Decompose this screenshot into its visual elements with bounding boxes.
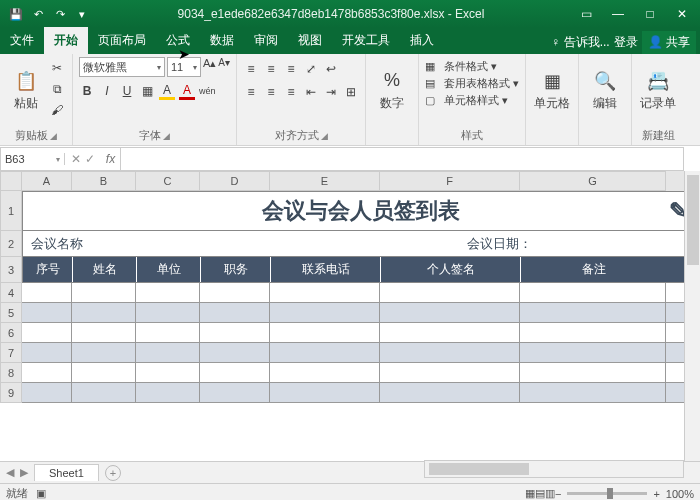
row-header[interactable]: 1 [0, 191, 22, 231]
sheet-title-cell[interactable]: 会议与会人员签到表 ✎ [22, 191, 700, 231]
table-row[interactable] [22, 383, 700, 403]
row-header[interactable]: 6 [0, 323, 22, 343]
save-icon[interactable]: 💾 [8, 6, 24, 22]
cut-icon[interactable]: ✂ [48, 59, 66, 77]
name-box[interactable]: B63▾ [1, 153, 65, 165]
info-row[interactable]: 会议名称 会议日期： [22, 231, 700, 257]
row-header[interactable]: 8 [0, 363, 22, 383]
format-as-table-button[interactable]: ▤套用表格格式 ▾ [425, 76, 519, 91]
qat-more-icon[interactable]: ▾ [74, 6, 90, 22]
col-header[interactable]: B [72, 171, 136, 191]
table-row[interactable] [22, 303, 700, 323]
copy-icon[interactable]: ⧉ [48, 80, 66, 98]
fx-confirm-icon[interactable]: ✓ [85, 152, 95, 166]
phonetic-icon[interactable]: wén [199, 82, 216, 100]
close-icon[interactable]: ✕ [668, 4, 696, 24]
row-header[interactable]: 5 [0, 303, 22, 323]
number-button[interactable]: % 数字 [372, 57, 412, 123]
col-header[interactable]: F [380, 171, 520, 191]
orientation-icon[interactable]: ⤢ [303, 60, 319, 78]
view-layout-icon[interactable]: ▤ [535, 487, 545, 500]
macro-record-icon[interactable]: ▣ [36, 487, 46, 500]
align-middle-icon[interactable]: ≡ [263, 60, 279, 78]
font-name-combo[interactable]: 微软雅黑▾ [79, 57, 165, 77]
font-size-combo[interactable]: 11▾ [167, 57, 201, 77]
tab-page-layout[interactable]: 页面布局 [88, 27, 156, 54]
row-header[interactable]: 7 [0, 343, 22, 363]
tab-review[interactable]: 审阅 [244, 27, 288, 54]
row-header[interactable]: 9 [0, 383, 22, 403]
add-sheet-button[interactable]: + [105, 465, 121, 481]
tab-insert[interactable]: 插入 [400, 27, 444, 54]
redo-icon[interactable]: ↷ [52, 6, 68, 22]
undo-icon[interactable]: ↶ [30, 6, 46, 22]
sheet-nav-prev-icon[interactable]: ◀ [6, 466, 14, 479]
align-top-icon[interactable]: ≡ [243, 60, 259, 78]
align-launcher-icon[interactable]: ◢ [321, 131, 328, 141]
conditional-format-button[interactable]: ▦条件格式 ▾ [425, 59, 519, 74]
indent-inc-icon[interactable]: ⇥ [323, 83, 339, 101]
shrink-font-icon[interactable]: A▾ [218, 57, 230, 77]
table-row[interactable] [22, 363, 700, 383]
border-icon[interactable]: ▦ [139, 82, 155, 100]
row-header[interactable]: 4 [0, 283, 22, 303]
tab-formulas[interactable]: 公式 [156, 27, 200, 54]
col-header[interactable]: G [520, 171, 666, 191]
zoom-slider[interactable] [567, 492, 647, 495]
paste-button[interactable]: 📋 粘贴 [6, 57, 46, 123]
col-header[interactable]: E [270, 171, 380, 191]
align-right-icon[interactable]: ≡ [283, 83, 299, 101]
col-header[interactable]: A [22, 171, 72, 191]
table-row[interactable] [22, 283, 700, 303]
align-bottom-icon[interactable]: ≡ [283, 60, 299, 78]
clipboard-launcher-icon[interactable]: ◢ [50, 131, 57, 141]
ribbon-options-icon[interactable]: ▭ [572, 4, 600, 24]
indent-dec-icon[interactable]: ⇤ [303, 83, 319, 101]
maximize-icon[interactable]: □ [636, 4, 664, 24]
col-header[interactable]: D [200, 171, 270, 191]
underline-button[interactable]: U [119, 82, 135, 100]
row-header[interactable]: 3 [0, 257, 22, 283]
view-normal-icon[interactable]: ▦ [525, 487, 535, 500]
record-button[interactable]: 📇记录单 [638, 57, 678, 123]
italic-button[interactable]: I [99, 82, 115, 100]
sheet-tab[interactable]: Sheet1 [34, 464, 99, 481]
font-color-icon[interactable]: A [179, 82, 195, 100]
fill-color-icon[interactable]: A [159, 82, 175, 100]
col-header[interactable]: C [136, 171, 200, 191]
share-button[interactable]: 👤 共享 [642, 31, 696, 54]
merge-icon[interactable]: ⊞ [343, 83, 359, 101]
editing-button[interactable]: 🔍编辑 [585, 57, 625, 123]
grow-font-icon[interactable]: A▴ [203, 57, 216, 77]
tell-me[interactable]: ♀ 告诉我... [551, 34, 609, 51]
tab-developer[interactable]: 开发工具 [332, 27, 400, 54]
fx-icon[interactable]: fx [101, 148, 121, 170]
tab-data[interactable]: 数据 [200, 27, 244, 54]
wrap-text-icon[interactable]: ↩ [323, 60, 339, 78]
table-header-row[interactable]: 序号姓名单位职务联系电话个人签名备注 [22, 257, 700, 283]
vertical-scrollbar[interactable] [684, 171, 700, 461]
zoom-out-icon[interactable]: − [555, 488, 561, 500]
table-row[interactable] [22, 343, 700, 363]
horizontal-scrollbar[interactable] [424, 460, 684, 478]
format-painter-icon[interactable]: 🖌 [48, 101, 66, 119]
zoom-level[interactable]: 100% [666, 488, 694, 500]
tab-view[interactable]: 视图 [288, 27, 332, 54]
cells-button[interactable]: ▦单元格 [532, 57, 572, 123]
view-break-icon[interactable]: ▥ [545, 487, 555, 500]
cells-area[interactable]: 会议与会人员签到表 ✎ 会议名称 会议日期： 序号姓名单位职务联系电话个人签名备… [22, 191, 700, 403]
align-left-icon[interactable]: ≡ [243, 83, 259, 101]
tab-home[interactable]: 开始 [44, 27, 88, 54]
row-header[interactable]: 2 [0, 231, 22, 257]
table-row[interactable] [22, 323, 700, 343]
bold-button[interactable]: B [79, 82, 95, 100]
fx-cancel-icon[interactable]: ✕ [71, 152, 81, 166]
tab-file[interactable]: 文件 [0, 27, 44, 54]
select-all-corner[interactable] [0, 171, 22, 191]
cell-styles-button[interactable]: ▢单元格样式 ▾ [425, 93, 519, 108]
align-center-icon[interactable]: ≡ [263, 83, 279, 101]
minimize-icon[interactable]: — [604, 4, 632, 24]
font-launcher-icon[interactable]: ◢ [163, 131, 170, 141]
sheet-nav-next-icon[interactable]: ▶ [20, 466, 28, 479]
login-button[interactable]: 登录 [614, 34, 638, 51]
